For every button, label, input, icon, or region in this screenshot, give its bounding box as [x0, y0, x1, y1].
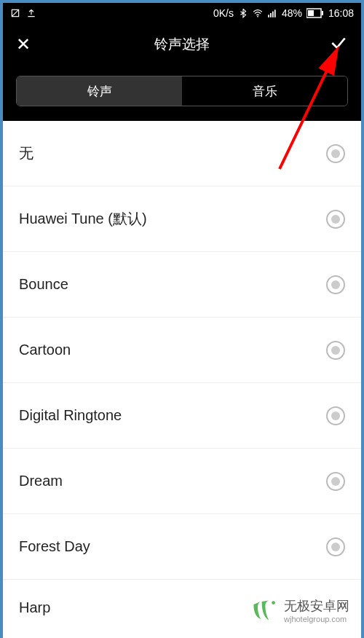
ringtone-label: Cartoon [19, 342, 71, 358]
signal-icon [267, 8, 277, 18]
list-item[interactable]: Huawei Tune (默认) [3, 186, 361, 252]
ringtone-label: 无 [19, 143, 33, 163]
svg-point-11 [272, 601, 275, 604]
ringtone-label: Huawei Tune (默认) [19, 209, 147, 229]
confirm-button[interactable] [329, 34, 348, 55]
ringtone-list: 无 Huawei Tune (默认) Bounce Cartoon Digita… [3, 121, 361, 616]
page-title: 铃声选择 [154, 35, 210, 54]
tab-container: 铃声 音乐 [3, 66, 361, 121]
list-item[interactable]: Forest Day [3, 514, 361, 580]
wifi-icon [253, 8, 263, 18]
ringtone-label: Digital Ringtone [19, 407, 122, 424]
radio-button[interactable] [326, 144, 345, 163]
watermark-title: 无极安卓网 [284, 597, 349, 615]
notification-icon [10, 8, 20, 18]
check-icon [329, 34, 348, 52]
list-item[interactable]: Cartoon [3, 318, 361, 383]
radio-button[interactable] [326, 275, 345, 294]
ringtone-label: Harp [19, 599, 50, 616]
list-item[interactable]: Bounce [3, 252, 361, 318]
svg-rect-7 [308, 10, 314, 16]
radio-button[interactable] [326, 341, 345, 360]
radio-button[interactable] [326, 537, 345, 556]
radio-button[interactable] [326, 210, 345, 229]
svg-rect-2 [268, 15, 269, 17]
tab-ringtone-label: 铃声 [87, 83, 112, 100]
network-speed: 0K/s [213, 7, 234, 19]
svg-rect-4 [272, 12, 274, 17]
list-item[interactable]: Digital Ringtone [3, 383, 361, 449]
svg-point-1 [257, 16, 258, 17]
list-item[interactable]: Dream [3, 449, 361, 514]
battery-icon [306, 8, 324, 18]
header-bar: ✕ 铃声选择 [3, 23, 361, 66]
tab-music-label: 音乐 [253, 83, 277, 100]
status-bar: 0K/s 48% 16:08 [3, 3, 361, 23]
upload-icon [26, 8, 36, 18]
watermark-url: wjhotelgroup.com [284, 615, 349, 623]
svg-rect-5 [274, 9, 276, 17]
battery-percent: 48% [282, 7, 302, 19]
time-display: 16:08 [328, 7, 354, 19]
svg-rect-3 [270, 13, 272, 17]
radio-button[interactable] [326, 406, 345, 425]
watermark: 无极安卓网 wjhotelgroup.com [249, 596, 349, 625]
list-item[interactable]: 无 [3, 121, 361, 186]
tab-bar: 铃声 音乐 [16, 76, 348, 106]
ringtone-label: Dream [19, 473, 63, 489]
close-button[interactable]: ✕ [16, 34, 31, 55]
watermark-logo-icon [249, 596, 278, 625]
radio-button[interactable] [326, 472, 345, 491]
bluetooth-icon [238, 8, 248, 18]
svg-rect-8 [322, 11, 323, 15]
tab-ringtone[interactable]: 铃声 [17, 76, 182, 106]
ringtone-label: Bounce [19, 276, 68, 293]
tab-music[interactable]: 音乐 [182, 76, 347, 106]
ringtone-label: Forest Day [19, 538, 90, 555]
